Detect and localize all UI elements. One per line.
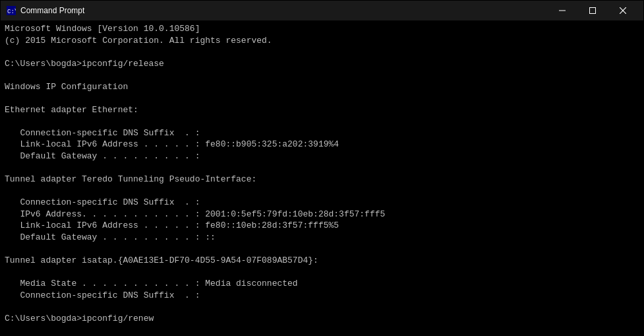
window-title: Command Prompt: [20, 6, 547, 15]
close-button[interactable]: [608, 1, 638, 20]
svg-rect-2: [559, 11, 566, 11]
window-controls: [547, 1, 638, 20]
maximize-button[interactable]: [577, 1, 608, 20]
terminal-output: Microsoft Windows [Version 10.0.10586] (…: [5, 23, 639, 324]
minimize-button[interactable]: [547, 1, 577, 20]
app-icon: C:\: [6, 5, 16, 16]
svg-rect-3: [590, 8, 596, 14]
svg-text:C:\: C:\: [7, 9, 16, 15]
titlebar: C:\ Command Prompt: [1, 1, 643, 20]
window: C:\ Command Prompt M: [0, 0, 644, 336]
terminal-area[interactable]: Microsoft Windows [Version 10.0.10586] (…: [1, 20, 643, 335]
